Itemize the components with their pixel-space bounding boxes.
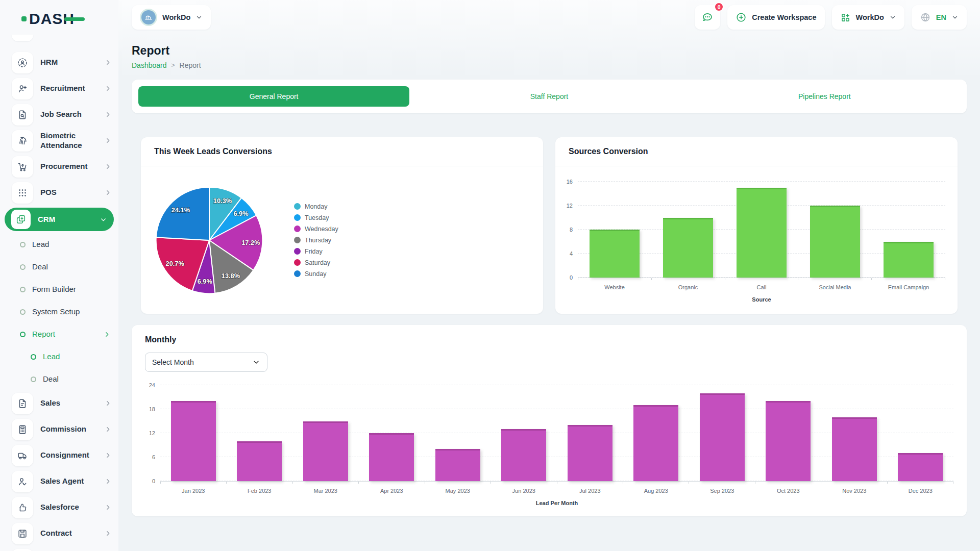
legend-item-thursday[interactable]: Thursday <box>294 237 338 244</box>
chevron-right-icon <box>105 111 111 118</box>
tab-general-report[interactable]: General Report <box>138 86 409 107</box>
legend-dot-icon <box>294 248 301 255</box>
chevron-right-icon <box>104 331 110 338</box>
chat-icon <box>701 11 714 23</box>
sidebar-item-contract[interactable]: Contract <box>0 520 118 546</box>
sidebar-item-commission[interactable]: Commission <box>0 416 118 442</box>
leads-pie-chart: 10.3%6.9%17.2%13.8%6.9%20.7%24.1% <box>145 176 274 305</box>
procurement-icon <box>12 156 33 178</box>
sidebar-item-label: Contract <box>40 529 105 538</box>
monthly-card: Monthly Select Month 06121824Jan 2023Feb… <box>132 325 967 516</box>
card-title: This Week Leads Conversions <box>154 147 272 156</box>
app-logo[interactable]: DASH <box>0 7 118 31</box>
sidebar-item-crm[interactable]: CRM <box>5 208 114 231</box>
sidebar-item-label: Sales Agent <box>40 477 105 486</box>
sidebar-item-biometric-attendance[interactable]: Biometric Attendance <box>0 128 118 154</box>
main-content: WorkDo 0 Create Workspace WorkDo <box>118 0 980 551</box>
sidebar-item-recruitment[interactable]: Recruitment <box>0 76 118 102</box>
workdo-menu-button[interactable]: WorkDo <box>832 5 904 30</box>
chevron-right-icon <box>105 59 111 66</box>
legend-item-saturday[interactable]: Saturday <box>294 259 338 266</box>
pie-percent-label: 13.8% <box>222 272 240 280</box>
messages-count-badge: 0 <box>714 2 724 12</box>
create-workspace-button[interactable]: Create Workspace <box>727 5 824 30</box>
tab-pipelines-report[interactable]: Pipelines Report <box>689 86 960 107</box>
legend-dot-icon <box>294 270 301 277</box>
sidebar-item-label: POS <box>40 188 105 197</box>
tab-staff-report[interactable]: Staff Report <box>413 86 684 107</box>
sidebar-item-sales-agent[interactable]: Sales Agent <box>0 468 118 494</box>
bar-aug-2023 <box>633 405 678 481</box>
x-tick-label: Email Campaign <box>872 284 945 290</box>
sidebar-item-sales[interactable]: Sales <box>0 390 118 416</box>
topbar-actions: 0 Create Workspace WorkDo EN <box>695 5 967 30</box>
bar-column <box>888 385 954 481</box>
legend-item-wednesday[interactable]: Wednesday <box>294 226 338 233</box>
x-tick-label: Mar 2023 <box>292 488 359 494</box>
bar-column <box>359 385 425 481</box>
messages-button[interactable]: 0 <box>695 5 720 30</box>
chevron-right-icon <box>105 426 111 433</box>
sidebar-item-consignment[interactable]: Consignment <box>0 442 118 468</box>
chevron-down-icon <box>951 14 959 21</box>
bullet-icon <box>20 242 26 247</box>
pie-percent-label: 24.1% <box>172 206 190 214</box>
pie-percent-label: 20.7% <box>166 260 185 267</box>
legend-label: Monday <box>305 203 327 210</box>
sidebar-item-form-builder[interactable]: Form Builder <box>0 278 118 300</box>
chevron-right-icon <box>105 189 111 196</box>
sidebar-item-label: Procurement <box>40 162 105 171</box>
bullet-icon <box>31 354 36 360</box>
month-select[interactable]: Select Month <box>145 353 267 372</box>
sidebar-item-label: Lead <box>32 240 110 249</box>
sidebar-item-job-search[interactable]: Job Search <box>0 102 118 128</box>
sidebar-item-label: Sales <box>40 398 105 408</box>
sidebar-item-system-setup[interactable]: System Setup <box>0 300 118 323</box>
sidebar-item-salesforce[interactable]: Salesforce <box>0 494 118 520</box>
building-icon <box>143 12 154 22</box>
sidebar-item-lead[interactable]: Lead <box>0 345 118 368</box>
breadcrumb-dashboard-link[interactable]: Dashboard <box>132 61 167 69</box>
sidebar-item-pos[interactable]: POS <box>0 180 118 206</box>
pos-icon <box>12 182 33 204</box>
sidebar: DASH HRMRecruitmentJob SearchBiometric A… <box>0 0 118 551</box>
sidebar-item-label: Commission <box>40 424 105 434</box>
sources-chart-area: 0481216WebsiteOrganicCallSocial MediaEma… <box>555 166 958 314</box>
sidebar-item-indiamart[interactable]: Indiamart <box>0 546 118 551</box>
sidebar-item-label: Consignment <box>40 450 105 460</box>
x-tick-label: Dec 2023 <box>888 488 954 494</box>
legend-label: Tuesday <box>305 214 329 221</box>
salesforce-icon <box>12 497 33 518</box>
sidebar-item-lead[interactable]: Lead <box>0 233 118 256</box>
biometric-attendance-icon <box>12 130 33 152</box>
x-tick-label: Nov 2023 <box>821 488 888 494</box>
contract-icon <box>12 523 33 544</box>
bar-column <box>872 182 945 278</box>
hrm-icon <box>12 52 33 73</box>
job-search-icon <box>12 104 33 126</box>
sidebar-item-procurement[interactable]: Procurement <box>0 154 118 180</box>
pie-percent-label: 6.9% <box>233 209 249 217</box>
x-tick-label: Jul 2023 <box>557 488 623 494</box>
pie-percent-label: 10.3% <box>213 197 232 205</box>
legend-item-tuesday[interactable]: Tuesday <box>294 214 338 221</box>
chevron-down-icon <box>889 14 896 21</box>
chevron-right-icon <box>105 137 111 144</box>
legend-label: Sunday <box>305 270 326 278</box>
sidebar-item-deal[interactable]: Deal <box>0 368 118 390</box>
legend-item-monday[interactable]: Monday <box>294 203 338 210</box>
sidebar-item-hrm[interactable]: HRM <box>0 49 118 76</box>
sidebar-item-report[interactable]: Report <box>0 323 118 345</box>
workspace-switcher[interactable]: WorkDo <box>132 5 211 30</box>
legend-item-sunday[interactable]: Sunday <box>294 270 338 278</box>
y-tick-label: 18 <box>149 406 155 412</box>
sources-bar-chart: 0481216WebsiteOrganicCallSocial MediaEma… <box>559 182 945 303</box>
y-tick-label: 6 <box>152 454 155 460</box>
chevron-right-icon <box>105 85 111 92</box>
sidebar-item-deal[interactable]: Deal <box>0 256 118 278</box>
legend-dot-icon <box>294 259 301 266</box>
language-selector[interactable]: EN <box>912 5 967 30</box>
legend-item-friday[interactable]: Friday <box>294 248 338 255</box>
card-header: This Week Leads Conversions <box>141 137 543 166</box>
bar-jul-2023 <box>568 425 612 481</box>
